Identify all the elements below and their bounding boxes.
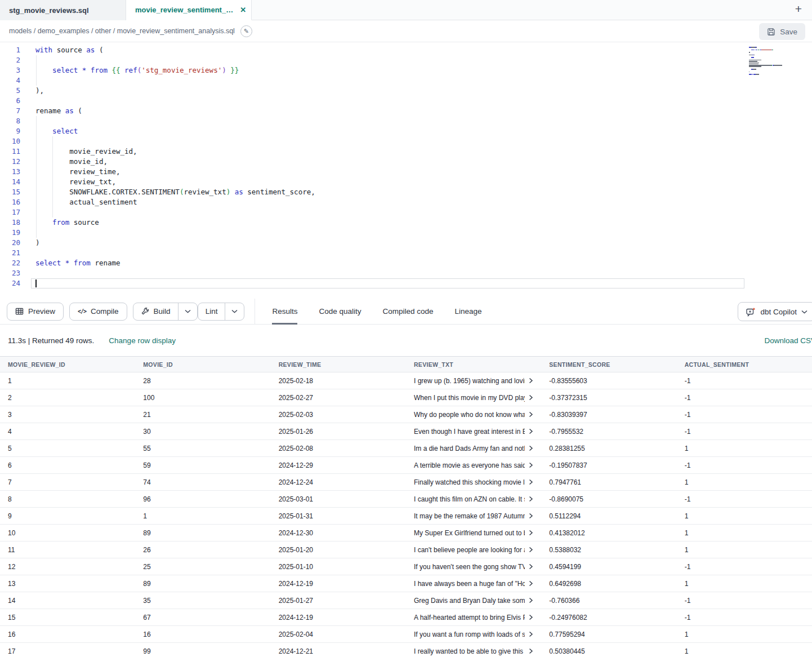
build-dropdown[interactable] [178,303,197,320]
close-tab-icon[interactable]: ✕ [240,6,246,14]
save-button[interactable]: Save [759,23,805,40]
expand-review-icon[interactable] [529,394,533,401]
expand-review-icon[interactable] [529,631,533,637]
expand-review-icon[interactable] [529,563,533,570]
cell-actual_sentiment: -1 [677,563,812,571]
cell-actual_sentiment: 1 [677,512,812,520]
expand-review-icon[interactable] [529,496,533,502]
review-text: Even though I have great interest in Bi… [414,428,525,436]
tab-code-quality[interactable]: Code quality [319,299,361,325]
review-text: I grew up (b. 1965) watching and lovin… [414,377,525,385]
table-row: 11262025-01-20I can't believe people are… [0,541,812,558]
edit-file-icon[interactable]: ✎ [240,25,252,37]
code-line[interactable]: 1with source as ( [0,45,812,55]
cell-sentiment_score: 0.41382012 [541,529,676,537]
code-line[interactable]: 8 [0,116,812,126]
action-toolbar: Preview </> Compile Build Lint Results C… [0,299,812,325]
code-line[interactable]: 5), [0,86,812,96]
line-number: 7 [0,106,20,116]
code-editor[interactable]: 1with source as (23 select * from {{ ref… [0,42,812,299]
tab-compiled-code[interactable]: Compiled code [383,299,434,325]
cell-movie_id: 67 [135,614,270,622]
expand-review-icon[interactable] [529,580,533,587]
toolbar-divider [255,299,255,325]
code-line[interactable]: 13 review_time, [0,167,812,177]
preview-button[interactable]: Preview [7,303,64,321]
download-csv-link[interactable]: Download CSV [764,336,812,345]
lint-button[interactable]: Lint [198,303,225,320]
line-number: 23 [0,268,20,278]
code-line[interactable]: 15 SNOWFLAKE.CORTEX.SENTIMENT(review_txt… [0,187,812,197]
code-line[interactable]: 17 [0,207,812,217]
cell-sentiment_score: -0.760366 [541,597,676,605]
code-line[interactable]: 4 [0,76,812,86]
line-number: 24 [0,278,20,288]
tab-results[interactable]: Results [272,299,297,325]
cell-review_txt: If you haven't seen the gong show TV s… [406,563,541,571]
code-icon: </> [78,308,86,314]
expand-review-icon[interactable] [529,479,533,485]
review-text: Why do people who do not know what… [414,411,525,419]
dbt-copilot-button[interactable]: dbt Copilot [738,302,812,321]
cell-review_time: 2024-12-24 [271,478,406,486]
code-line[interactable]: 20) [0,238,812,248]
code-line[interactable]: 18 from source [0,217,812,228]
expand-review-icon[interactable] [529,597,533,603]
code-line[interactable]: 23 [0,268,812,278]
code-line[interactable]: 11 movie_review_id, [0,147,812,157]
lint-dropdown[interactable] [225,303,244,320]
code-text: select * from rename [20,258,121,268]
column-header-actual_sentiment: ACTUAL_SENTIMENT [677,361,812,368]
code-line[interactable]: 2 [0,55,812,65]
cell-movie_id: 25 [135,563,270,571]
table-row: 21002025-02-27When I put this movie in m… [0,389,812,406]
expand-review-icon[interactable] [529,648,533,654]
code-line[interactable]: 14 review_txt, [0,177,812,187]
expand-review-icon[interactable] [529,462,533,468]
editor-minimap[interactable] [749,47,789,78]
build-button[interactable]: Build [133,303,178,320]
cell-review_txt: I grew up (b. 1965) watching and lovin… [406,377,541,385]
code-line[interactable]: 6 [0,96,812,106]
cell-review_time: 2025-02-27 [271,394,406,402]
expand-review-icon[interactable] [529,428,533,434]
code-line[interactable]: 3 select * from {{ ref('stg_movie_review… [0,65,812,76]
expand-review-icon[interactable] [529,547,533,553]
code-line[interactable]: 21 [0,248,812,258]
table-row: 912025-01-31It may be the remake of 1987… [0,508,812,525]
code-line[interactable]: 16 actual_sentiment [0,197,812,207]
save-label: Save [780,28,797,36]
expand-review-icon[interactable] [529,378,533,384]
expand-review-icon[interactable] [529,614,533,620]
new-tab-button[interactable]: + [793,2,804,16]
cell-sentiment_score: -0.7955532 [541,428,676,436]
cell-actual_sentiment: -1 [677,394,812,402]
text-cursor [35,279,37,287]
code-line[interactable]: 12 movie_id, [0,157,812,167]
cell-review_txt: I can't believe people are looking for a… [406,546,541,554]
cell-actual_sentiment: 1 [677,445,812,452]
compile-button[interactable]: </> Compile [69,303,127,321]
code-text: select [20,126,78,136]
tab-movie-review-sentiment[interactable]: movie_review_sentiment_… ✕ [126,0,252,20]
code-line[interactable]: 24 [0,278,812,288]
tab-lineage[interactable]: Lineage [455,299,482,325]
code-line[interactable]: 10 [0,136,812,147]
code-line[interactable]: 19 [0,228,812,238]
review-text: Finally watched this shocking movie la… [414,478,525,486]
table-row: 15672024-12-19A half-hearted attempt to … [0,609,812,626]
code-line[interactable]: 22select * from rename [0,258,812,268]
expand-review-icon[interactable] [529,445,533,451]
expand-review-icon[interactable] [529,513,533,519]
change-row-display-link[interactable]: Change row display [109,336,176,345]
code-line[interactable]: 7rename as ( [0,106,812,116]
expand-review-icon[interactable] [529,530,533,536]
table-row: 12252025-01-10If you haven't seen the go… [0,558,812,575]
cell-actual_sentiment: -1 [677,377,812,385]
tab-stg-movie-reviews[interactable]: stg_movie_reviews.sql [0,0,126,20]
line-number: 9 [0,126,20,136]
copilot-label: dbt Copilot [760,308,797,316]
expand-review-icon[interactable] [529,411,533,418]
code-line[interactable]: 9 select [0,126,812,136]
review-text: My Super Ex Girlfriend turned out to b… [414,529,525,537]
